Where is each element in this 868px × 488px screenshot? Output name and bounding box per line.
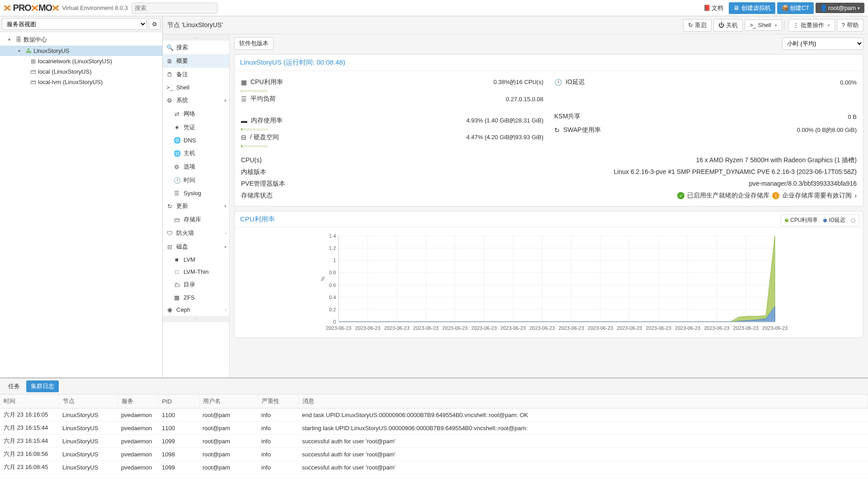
help-button[interactable]: ? 帮助 xyxy=(837,19,863,32)
sidemenu-time[interactable]: 🕐时间 xyxy=(163,174,229,187)
log-cell-user: root@pam xyxy=(199,435,258,448)
sidemenu-label: LVM xyxy=(184,256,195,263)
pve-label: PVE管理器版本 xyxy=(241,180,285,188)
legend-io[interactable]: IO延迟 xyxy=(823,216,845,224)
tree-settings-button[interactable]: ⚙ xyxy=(149,18,160,30)
sidemenu-search[interactable]: 🔍搜索 xyxy=(163,41,229,54)
svg-text:2023-06-23: 2023-06-23 xyxy=(472,325,497,331)
mem-label: 内存使用率 xyxy=(251,117,283,125)
sidemenu-updates[interactable]: ↻更新▾ xyxy=(163,199,229,213)
tree-datacenter[interactable]: ▾ 🗄 数据中心 xyxy=(0,34,162,46)
grid-icon: ▦ xyxy=(174,294,180,301)
svg-text:2023-06-23: 2023-06-23 xyxy=(675,325,700,331)
doc-link[interactable]: 📕 文档 xyxy=(700,3,727,14)
user-menu-button[interactable]: 👤 root@pam ▾ xyxy=(816,3,864,13)
col-sev[interactable]: 严重性 xyxy=(258,394,298,408)
shutdown-button[interactable]: ⏻ 关机 xyxy=(713,19,743,32)
chevron-right-icon: › xyxy=(854,192,857,199)
sidemenu-certificates[interactable]: ✷凭证 xyxy=(163,121,229,134)
bulk-actions-button[interactable]: ⋮ 批量操作 ▾ xyxy=(788,19,835,32)
log-cell-msg: starting task UPID:LinuxStoryUS:00000906… xyxy=(298,422,868,435)
timerange-select[interactable]: 小时 (平均) xyxy=(782,38,863,50)
log-cell-service: pvedaemon xyxy=(118,408,158,422)
tree-local-lvm[interactable]: 🗃 local-lvm (LinuxStoryUS) xyxy=(0,77,162,87)
status-disk-row: ⊟/ 硬盘空间 4.47% (4.20 GiB的93.93 GiB) xyxy=(241,131,543,144)
square-outline-icon: □ xyxy=(174,268,180,275)
expand-icon: ▾ xyxy=(8,37,14,42)
sidemenu-system[interactable]: ⚙系统▾ xyxy=(163,94,229,107)
log-cell-service: pvedaemon xyxy=(118,422,158,435)
sidemenu-notes[interactable]: 🗒备注 xyxy=(163,68,229,81)
log-cell-service: pvedaemon xyxy=(118,461,158,474)
status-load-row: ☰平均负荷 0.27,0.15,0.08 xyxy=(241,92,543,106)
repo-status[interactable]: ✓ 已启用生产就绪的企业存储库 ! 企业存储库需要有效订阅 › xyxy=(677,192,857,200)
header-search-input[interactable] xyxy=(132,3,217,14)
load-value: 0.27,0.15,0.08 xyxy=(506,96,543,103)
tree-localnetwork[interactable]: ⊞ localnetwork (LinuxStoryUS) xyxy=(0,56,162,66)
sidemenu-summary[interactable]: 🗎概要 xyxy=(163,54,229,68)
chevron-down-icon: ▾ xyxy=(828,23,830,28)
sidemenu-lvm[interactable]: ■LVM xyxy=(163,253,229,266)
svg-text:2023-06-23: 2023-06-23 xyxy=(704,325,729,331)
sidemenu-ceph[interactable]: ◉Ceph› xyxy=(163,304,229,316)
cpu-icon: ▦ xyxy=(241,79,247,86)
pkg-versions-button[interactable]: 软件包版本 xyxy=(234,37,274,50)
tab-tasks[interactable]: 任务 xyxy=(4,380,24,392)
log-row[interactable]: 六月 23 16:15:44LinuxStoryUSpvedaemon1099r… xyxy=(0,435,868,448)
log-row[interactable]: 六月 23 16:08:45LinuxStoryUSpvedaemon1099r… xyxy=(0,461,868,474)
tree-node-linuxstoryus[interactable]: ▾ 🖧 LinuxStoryUS xyxy=(0,46,162,56)
view-select[interactable]: 服务器视图 xyxy=(2,18,147,30)
chevron-down-icon: ▾ xyxy=(224,98,226,103)
app-header: ✕ PRO✕MO✕ Virtual Environment 8.0.3 📕 文档… xyxy=(0,0,868,16)
hdd-icon: ⊟ xyxy=(241,134,246,141)
reboot-button[interactable]: ↻ 重启 xyxy=(683,19,712,32)
sidemenu-disks[interactable]: ⊟磁盘▾ xyxy=(163,240,229,253)
legend-toggle-icon[interactable] xyxy=(851,218,855,223)
log-row[interactable]: 六月 23 16:16:05LinuxStoryUSpvedaemon1100r… xyxy=(0,408,868,422)
log-row[interactable]: 六月 23 16:15:44LinuxStoryUSpvedaemon1100r… xyxy=(0,422,868,435)
sidemenu-zfs[interactable]: ▦ZFS xyxy=(163,291,229,304)
sidemenu-lvmthin[interactable]: □LVM-Thin xyxy=(163,266,229,278)
col-user[interactable]: 用户名 xyxy=(199,394,258,408)
tab-cluster-log[interactable]: 集群日志 xyxy=(26,380,59,392)
sidemenu-directory[interactable]: 🗀目录 xyxy=(163,278,229,291)
svg-text:2023-06-23: 2023-06-23 xyxy=(762,325,788,331)
swap-icon: ↻ xyxy=(554,127,560,134)
book-icon: 📕 xyxy=(703,5,710,11)
sidemenu-repos[interactable]: 🗃存储库 xyxy=(163,213,229,226)
collapse-handle-bottom[interactable]: ﹀ xyxy=(163,316,229,322)
tree-local[interactable]: 🗃 local (LinuxStoryUS) xyxy=(0,66,162,77)
legend-cpu[interactable]: CPU利用率 xyxy=(785,216,818,224)
sidemenu-dns[interactable]: 🌐DNS xyxy=(163,134,229,146)
col-node[interactable]: 节点 xyxy=(59,394,118,408)
collapse-handle[interactable]: ︿ xyxy=(163,34,229,41)
sidemenu-label: 备注 xyxy=(176,70,188,79)
log-row[interactable]: 六月 23 16:08:56LinuxStoryUSpvedaemon1098r… xyxy=(0,448,868,461)
log-cell-user: root@pam xyxy=(199,422,258,435)
svg-text:%: % xyxy=(320,277,326,281)
log-header-row: 时间 节点 服务 PID 用户名 严重性 消息 xyxy=(0,394,868,408)
terminal-icon: >_ xyxy=(750,22,756,28)
sidemenu-hosts[interactable]: 🌐主机 xyxy=(163,146,229,160)
col-service[interactable]: 服务 xyxy=(118,394,158,408)
sidemenu-shell[interactable]: >_Shell xyxy=(163,81,229,94)
terminal-icon: >_ xyxy=(166,84,173,91)
create-vm-button[interactable]: 🖥 创建虚拟机 xyxy=(729,2,775,14)
refresh-icon: ↻ xyxy=(166,203,173,210)
sidemenu-network[interactable]: ⇄网络 xyxy=(163,107,229,121)
col-msg[interactable]: 消息 xyxy=(298,394,868,408)
col-time[interactable]: 时间 xyxy=(0,394,59,408)
sidemenu-options[interactable]: ⚙选项 xyxy=(163,160,229,174)
log-cell-pid: 1098 xyxy=(158,448,199,461)
shell-button[interactable]: >_ Shell ▾ xyxy=(745,19,782,31)
col-pid[interactable]: PID xyxy=(158,394,199,408)
chevron-down-icon: ▾ xyxy=(858,6,860,10)
create-ct-button[interactable]: 📦 创建CT xyxy=(777,2,814,14)
sidemenu-firewall[interactable]: 🛡防火墙› xyxy=(163,226,229,240)
resource-tree-panel: 服务器视图 ⚙ ▾ 🗄 数据中心 ▾ 🖧 LinuxStoryUS ⊞ loca… xyxy=(0,16,163,377)
sidemenu-syslog[interactable]: ☰Syslog xyxy=(163,187,229,199)
svg-text:1: 1 xyxy=(333,258,336,263)
chevron-right-icon: › xyxy=(225,231,226,236)
svg-text:2023-06-23: 2023-06-23 xyxy=(500,325,526,331)
uptime-text: (运行时间: 00:08:48) xyxy=(283,58,345,66)
